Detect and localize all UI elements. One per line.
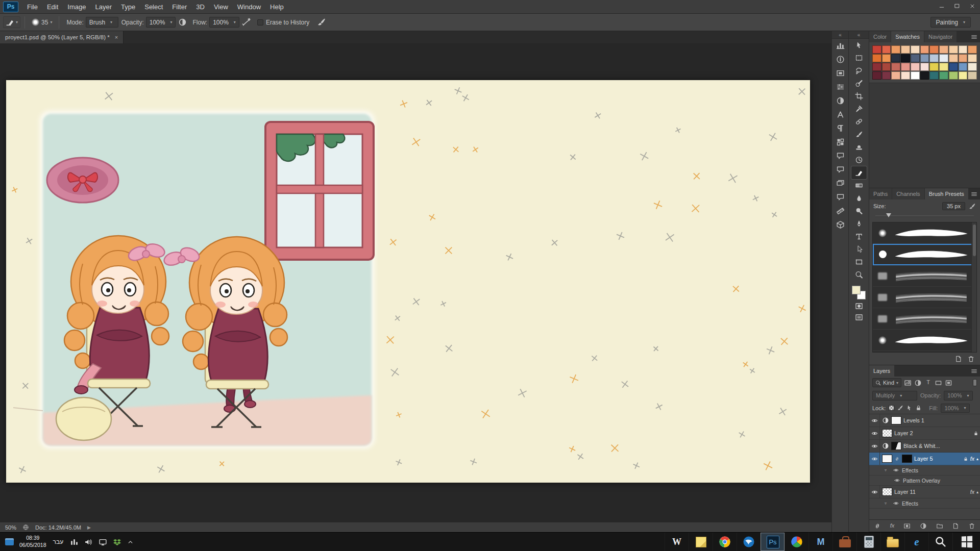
measurement-panel-icon[interactable] — [834, 205, 847, 217]
color-swatch[interactable] — [949, 45, 958, 54]
layer-effects-row[interactable]: Pattern Overlay — [869, 475, 980, 486]
scrollbar-thumb[interactable] — [973, 224, 976, 256]
new-layer-button[interactable] — [952, 522, 959, 530]
brush-panel-toggle[interactable] — [316, 17, 326, 27]
layer-name[interactable]: Layer 5 — [914, 456, 933, 462]
path-select-tool[interactable] — [851, 243, 867, 256]
color-swatch[interactable] — [882, 54, 891, 62]
color-swatch[interactable] — [968, 54, 977, 62]
panel-menu-icon[interactable] — [970, 367, 978, 375]
eyedropper-tool[interactable] — [851, 103, 867, 115]
layer-row[interactable]: Black & Whit... — [869, 440, 980, 453]
flow-dropdown[interactable]: 100% ▾ — [209, 17, 239, 28]
collapse-triangle[interactable]: ▿ — [885, 501, 890, 506]
color-swatch[interactable] — [939, 63, 948, 71]
color-swatch[interactable] — [911, 71, 920, 80]
color-swatch[interactable] — [959, 45, 968, 54]
taskbar-app-wikipedia[interactable]: W — [665, 533, 689, 551]
menu-view[interactable]: View — [209, 0, 233, 13]
color-swatch[interactable] — [911, 54, 920, 62]
expand-dock-button[interactable]: « — [832, 31, 848, 39]
clone-source-panel-icon[interactable] — [834, 163, 847, 176]
filter-toggle-switch[interactable] — [973, 379, 977, 386]
brush-preset-item[interactable] — [873, 265, 976, 287]
visibility-toggle[interactable] — [892, 498, 900, 508]
layer-mask-thumbnail[interactable] — [902, 455, 912, 463]
shape-tool[interactable] — [851, 256, 867, 268]
pen-tool[interactable] — [851, 217, 867, 230]
layer-name[interactable]: Levels 1 — [903, 417, 924, 423]
menu-layer[interactable]: Layer — [91, 0, 117, 13]
color-swatch[interactable] — [929, 63, 939, 71]
blend-mode-dropdown[interactable]: Multiply ▾ — [872, 391, 917, 400]
color-swatch[interactable] — [891, 54, 900, 62]
zoom-tool[interactable] — [851, 268, 867, 281]
filter-adjustment-icon[interactable] — [914, 379, 922, 387]
filter-kind-dropdown[interactable]: Kind ▾ — [872, 378, 901, 387]
taskbar-app-internet-explorer[interactable]: e — [904, 533, 928, 551]
panel-tab-brush-presets[interactable]: Brush Presets — [925, 188, 968, 199]
brush-settings-panel-icon[interactable] — [834, 149, 847, 162]
color-swatch[interactable] — [872, 63, 881, 71]
dropbox-icon[interactable] — [113, 538, 121, 546]
menu-filter[interactable]: Filter — [167, 0, 191, 13]
color-swatch[interactable] — [901, 45, 910, 54]
brush-preset-item[interactable] — [873, 287, 976, 308]
color-swatch[interactable] — [920, 54, 929, 62]
lasso-tool[interactable] — [851, 64, 867, 77]
layer-thumbnail[interactable] — [882, 429, 892, 437]
hidden-icons-chevron[interactable] — [127, 538, 134, 546]
styles-panel-icon[interactable] — [834, 136, 847, 148]
visibility-toggle[interactable] — [869, 414, 880, 427]
fx-badge[interactable]: fx — [970, 489, 974, 495]
move-tool[interactable] — [851, 39, 867, 52]
gradient-tool[interactable] — [851, 179, 867, 192]
color-swatch[interactable] — [949, 54, 958, 62]
taskbar-app-sticky-notes[interactable] — [689, 533, 713, 551]
lock-transparency-icon[interactable] — [889, 405, 894, 411]
layer-thumbnail[interactable] — [891, 416, 901, 424]
menu-type[interactable]: Type — [116, 0, 140, 13]
eraser-tool[interactable] — [851, 166, 867, 179]
panel-tab-paths[interactable]: Paths — [869, 188, 892, 199]
screen-mode-button[interactable] — [852, 312, 866, 323]
taskbar-app-search[interactable] — [928, 533, 952, 551]
taskbar-app-toolbox[interactable] — [832, 533, 856, 551]
panel-tab-channels[interactable]: Channels — [892, 188, 924, 199]
color-swatch[interactable] — [939, 45, 948, 54]
opacity-dropdown[interactable]: 100% ▾ — [146, 17, 176, 28]
link-layers-button[interactable] — [874, 522, 881, 530]
live-tip-preview-icon[interactable] — [968, 203, 976, 210]
history-brush-tool[interactable] — [851, 154, 867, 166]
quick-mask-button[interactable] — [852, 300, 866, 312]
lock-pixels-icon[interactable] — [897, 405, 903, 411]
panel-tab-layers[interactable]: Layers — [869, 365, 894, 377]
color-swatch[interactable] — [891, 45, 900, 54]
color-swatch[interactable] — [911, 45, 920, 54]
minimize-button[interactable] — [934, 0, 949, 13]
type-tool[interactable] — [851, 230, 867, 243]
color-swatch[interactable] — [968, 63, 977, 71]
layer-thumbnail[interactable] — [882, 455, 892, 463]
healing-tool[interactable] — [851, 115, 867, 128]
color-swatch[interactable] — [968, 45, 977, 54]
taskbar-app-photo-viewer[interactable] — [785, 533, 808, 551]
zoom-level[interactable]: 50% — [5, 524, 16, 531]
status-flyout-arrow[interactable]: ▶ — [87, 525, 91, 530]
panel-tab-color[interactable]: Color — [869, 31, 891, 42]
info-panel-icon[interactable] — [834, 53, 847, 66]
color-swatch[interactable] — [920, 71, 929, 80]
taskbar-app-file-explorer[interactable] — [880, 533, 904, 551]
menu-edit[interactable]: Edit — [42, 0, 63, 13]
brush-tool[interactable] — [851, 128, 867, 141]
taskbar-app-chrome[interactable] — [713, 533, 737, 551]
display-icon[interactable] — [99, 538, 107, 546]
new-group-button[interactable] — [936, 522, 943, 530]
volume-mixer-icon[interactable] — [70, 538, 79, 546]
menu-help[interactable]: Help — [265, 0, 288, 13]
layer-effects-row[interactable]: ▿Effects — [869, 498, 980, 509]
color-swatch[interactable] — [882, 63, 891, 71]
quick-select-tool[interactable] — [851, 77, 867, 90]
layer-row[interactable]: Layer 5fx▴ — [869, 453, 980, 465]
visibility-toggle[interactable] — [892, 465, 900, 475]
